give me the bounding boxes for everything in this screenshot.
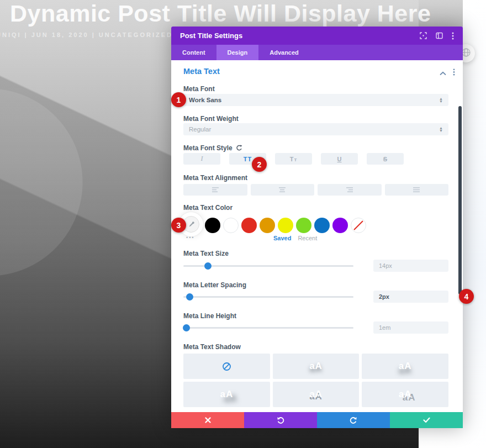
tab-content[interactable]: Content [171, 45, 216, 60]
font-style-smallcaps-button[interactable]: Tt [275, 153, 312, 165]
meta-line-height-slider[interactable] [183, 327, 353, 329]
meta-letter-spacing-slider[interactable] [183, 296, 353, 298]
discard-button[interactable] [171, 412, 244, 428]
modal-tab-bar: Content Design Advanced [171, 45, 463, 60]
meta-text-color-label: Meta Text Color [183, 204, 233, 212]
meta-font-dropdown[interactable]: Work Sans ▲▼ [183, 94, 448, 106]
swatch-yellow[interactable] [278, 218, 293, 233]
align-center-icon [278, 187, 286, 193]
more-colors-button[interactable]: ••• [186, 235, 194, 240]
annotation-badge-3: 3 [171, 218, 186, 233]
shadow-preset-down-hard-button[interactable]: aA [273, 382, 360, 407]
modal-scrollbar-thumb[interactable] [458, 106, 462, 294]
post-title-settings-modal: Post Title Settings [171, 27, 463, 428]
align-right-icon [346, 187, 353, 193]
section-title: Meta Text [183, 67, 220, 76]
dropdown-arrows-icon: ▲▼ [439, 97, 443, 103]
shadow-preset-down-right-soft-button[interactable]: aA [183, 382, 270, 407]
meta-text-shadow-label: Meta Text Shadow [183, 343, 241, 351]
collapse-section-icon[interactable] [440, 68, 446, 78]
reset-style-icon[interactable] [236, 145, 242, 153]
font-style-options: I TT Tt U S [183, 153, 404, 165]
meta-font-weight-value: Regular [189, 126, 439, 133]
tab-advanced[interactable]: Advanced [258, 45, 310, 60]
tab-design[interactable]: Design [216, 45, 259, 60]
shadow-preset-down-soft-button[interactable]: aA [273, 354, 360, 379]
meta-letter-spacing-label: Meta Letter Spacing [183, 281, 246, 289]
undo-icon [277, 417, 284, 424]
shadow-preset-down-soft-large-button[interactable]: aA [362, 354, 448, 379]
modal-action-bar [171, 412, 463, 428]
modal-header[interactable]: Post Title Settings [171, 27, 463, 45]
meta-text-size-input[interactable] [373, 260, 448, 272]
dropdown-arrows-icon: ▲▼ [439, 127, 443, 132]
modal-content: Meta Text Meta Font Work Sans ▲▼ Meta Fo… [171, 60, 463, 412]
font-style-underline-button[interactable]: U [321, 153, 358, 165]
no-color-icon [351, 218, 366, 233]
align-justify-button[interactable] [385, 184, 449, 196]
text-shadow-presets: aA aA aA aA aA [183, 354, 448, 407]
redo-button[interactable] [317, 412, 390, 428]
page: Dynamic Post Title Will Display Here UNI… [0, 0, 486, 448]
meta-font-weight-dropdown[interactable]: Regular ▲▼ [183, 123, 448, 135]
meta-font-style-label: Meta Font Style [183, 144, 242, 153]
swatch-green[interactable] [296, 218, 311, 233]
align-left-button[interactable] [183, 184, 247, 196]
meta-text-size-slider[interactable] [183, 265, 353, 267]
check-icon [423, 417, 430, 423]
meta-text-alignment-label: Meta Text Alignment [183, 174, 247, 182]
expand-modal-icon[interactable] [420, 32, 427, 39]
recent-colors-tab[interactable]: Recent [298, 235, 317, 241]
color-swatches [205, 218, 366, 233]
modal-menu-icon[interactable] [452, 32, 454, 40]
saved-colors-tab[interactable]: Saved [273, 235, 291, 241]
swatch-red[interactable] [241, 218, 257, 233]
meta-letter-spacing-input[interactable] [373, 291, 448, 303]
annotation-badge-4: 4 [459, 289, 474, 304]
alignment-options [183, 184, 448, 196]
dock-panel-icon[interactable] [436, 32, 443, 39]
meta-line-height-slider-handle[interactable] [183, 324, 190, 331]
meta-letter-spacing-slider-handle[interactable] [186, 293, 193, 301]
close-icon [205, 417, 211, 423]
meta-font-label: Meta Font [183, 85, 215, 93]
meta-text-size-slider-handle[interactable] [204, 262, 212, 270]
shadow-none-button[interactable] [183, 354, 270, 379]
meta-line-height-label: Meta Line Height [183, 312, 236, 320]
annotation-badge-1: 1 [171, 92, 186, 107]
swatch-black[interactable] [205, 218, 220, 233]
align-center-button[interactable] [251, 184, 315, 196]
no-shadow-icon [222, 362, 231, 371]
font-style-italic-button[interactable]: I [183, 153, 220, 165]
undo-button[interactable] [244, 412, 317, 428]
swatch-purple[interactable] [332, 218, 348, 233]
meta-font-value: Work Sans [189, 97, 439, 103]
meta-font-weight-label: Meta Font Weight [183, 115, 239, 123]
section-menu-icon[interactable] [453, 68, 455, 78]
swatch-white[interactable] [223, 218, 239, 233]
align-left-icon [212, 187, 219, 193]
annotation-badge-2: 2 [252, 157, 267, 172]
shadow-preset-down-right-hard-button[interactable]: aA [362, 382, 448, 407]
meta-text-size-label: Meta Text Size [183, 250, 229, 257]
save-button[interactable] [390, 412, 463, 428]
redo-icon [350, 417, 357, 424]
meta-line-height-input[interactable] [373, 321, 448, 334]
swatch-none[interactable] [351, 218, 366, 233]
swatch-orange[interactable] [260, 218, 275, 233]
swatch-blue[interactable] [314, 218, 330, 233]
align-justify-icon [413, 187, 420, 193]
modal-title: Post Title Settings [180, 31, 420, 40]
post-title-text: Dynamic Post Title Will Display Here [10, 0, 431, 27]
font-style-strikethrough-button[interactable]: S [367, 153, 404, 165]
align-right-button[interactable] [318, 184, 382, 196]
